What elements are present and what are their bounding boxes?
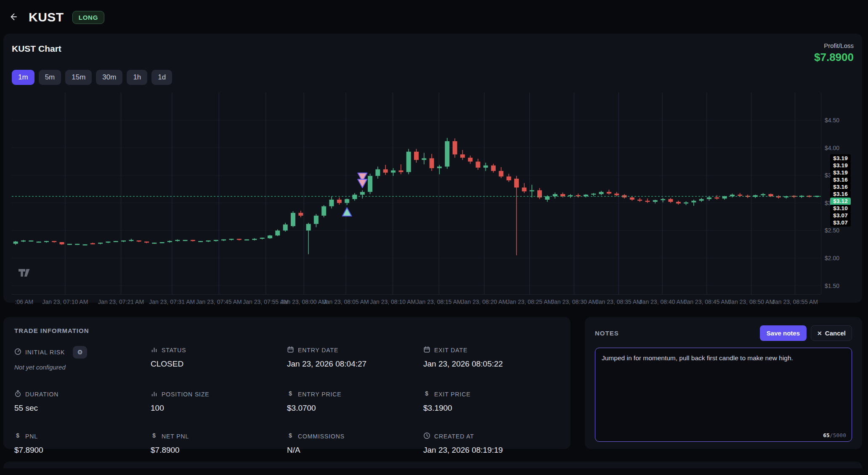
price-pill: $3.07 [830, 219, 851, 227]
field-value: Not yet configured [14, 364, 151, 371]
time-tick: Jan 23, 08:10 AM [370, 298, 416, 305]
field-entry-date: ENTRY DATEJan 23, 2026 08:04:27 [287, 346, 423, 371]
direction-badge: LONG [72, 11, 105, 24]
profit-loss-value: $7.8900 [814, 51, 854, 64]
time-tick: Jan 23, 07:21 AM [98, 298, 144, 305]
field-label: STATUS [162, 347, 186, 354]
timeframe-tab-30m[interactable]: 30m [96, 70, 122, 85]
field-commissions: $COMMISSIONSN/A [287, 432, 423, 455]
svg-text:$: $ [289, 390, 292, 397]
field-label: INITIAL RISK [25, 349, 65, 356]
field-label: COMMISSIONS [298, 433, 345, 440]
field-created-at: CREATED ATJan 23, 2026 08:19:19 [423, 432, 560, 455]
timeframe-tab-5m[interactable]: 5m [39, 70, 61, 85]
field-value: $3.0700 [287, 404, 423, 413]
time-tick: Jan 23, 08:50 AM [728, 298, 774, 305]
field-value: $3.1900 [423, 404, 560, 413]
price-tick: $4.50 [825, 117, 839, 124]
tradingview-logo [19, 269, 30, 277]
cancel-button[interactable]: ✕Cancel [811, 325, 852, 341]
dollar-icon: $ [287, 390, 294, 398]
field-exit-price: $EXIT PRICE$3.1900 [423, 390, 560, 413]
time-tick: Jan 23, 08:30 AM [551, 298, 597, 305]
price-tick: $2.00 [825, 255, 839, 261]
candlestick-chart-area[interactable]: $4.50$4.00$3.50$3.00$2.50$2.00$1.50$3.19… [12, 92, 854, 309]
time-tick: Jan 23, 08:55 AM [772, 298, 818, 305]
field-status: STATUSCLOSED [151, 346, 287, 371]
field-value: 100 [151, 404, 287, 413]
price-pill: $3.19 [830, 169, 851, 176]
char-counter: 655000 [823, 432, 846, 438]
price-tick: $4.00 [825, 145, 839, 151]
chart-title: KUST Chart [12, 42, 61, 54]
field-value: N/A [287, 446, 423, 455]
timeframe-tabs: 1m5m15m30m1h1d [12, 70, 854, 85]
field-entry-price: $ENTRY PRICE$3.0700 [287, 390, 423, 413]
field-value: $7.8900 [151, 446, 287, 455]
timeframe-tab-1m[interactable]: 1m [12, 70, 35, 85]
price-pill: $3.19 [830, 154, 851, 162]
field-label: PNL [25, 433, 38, 440]
field-position-size: POSITION SIZE100 [151, 390, 287, 413]
field-label: EXIT PRICE [434, 391, 471, 398]
field-value: $7.8900 [14, 446, 151, 455]
next-section-divider [3, 462, 862, 468]
field-label: DURATION [25, 391, 58, 398]
price-pill: $3.07 [830, 212, 851, 219]
time-tick: Jan 23, 08:15 AM [416, 298, 462, 305]
timeframe-tab-1d[interactable]: 1d [151, 70, 172, 85]
field-initial-risk: INITIAL RISK⚙Not yet configured [14, 346, 151, 371]
field-exit-date: EXIT DATEJan 23, 2026 08:05:22 [423, 346, 560, 371]
save-notes-button[interactable]: Save notes [760, 325, 807, 341]
timeframe-tab-15m[interactable]: 15m [65, 70, 92, 85]
dollar-icon: $ [151, 432, 158, 441]
field-duration: DURATION55 sec [14, 390, 151, 413]
price-pill: $3.16 [830, 190, 851, 198]
field-label: ENTRY PRICE [298, 391, 342, 398]
time-tick: Jan 23, 07:45 AM [196, 298, 242, 305]
price-axis[interactable]: $4.50$4.00$3.50$3.00$2.50$2.00$1.50$3.19… [821, 92, 854, 294]
field-value: CLOSED [151, 359, 287, 369]
field-value: 55 sec [14, 404, 151, 413]
svg-text:$: $ [152, 432, 156, 439]
time-tick: Jan 23, 08:20 AM [462, 298, 507, 305]
field-net-pnl: $NET PNL$7.8900 [151, 432, 287, 455]
price-pill: $3.19 [830, 161, 851, 169]
price-pill: $3.10 [830, 205, 851, 212]
time-tick: Jan 23, 07:10 AM [42, 298, 88, 305]
field-label: NET PNL [162, 433, 189, 440]
dollar-icon: $ [423, 390, 430, 398]
page-title: KUST [29, 10, 64, 24]
field-pnl: $PNL$7.8900 [14, 432, 151, 455]
trade-information-title: TRADE INFORMATION [14, 327, 560, 334]
svg-text:$: $ [425, 390, 429, 397]
gauge-icon [14, 348, 21, 356]
notes-title: NOTES [595, 330, 619, 337]
candlestick-chart[interactable] [12, 92, 854, 309]
timeframe-tab-1h[interactable]: 1h [127, 70, 147, 85]
notes-textarea[interactable]: Jumped in for momentum, pull back first … [595, 348, 852, 442]
field-label: ENTRY DATE [298, 347, 338, 354]
field-label: CREATED AT [434, 433, 474, 440]
time-tick: Jan 23, 07:31 AM [149, 298, 195, 305]
time-axis[interactable]: :06 AMJan 23, 07:10 AMJan 23, 07:21 AMJa… [12, 294, 821, 309]
field-label: POSITION SIZE [162, 391, 210, 398]
field-value: Jan 23, 2026 08:19:19 [423, 446, 560, 455]
back-button[interactable] [6, 11, 20, 24]
svg-text:$: $ [16, 432, 20, 439]
bars-icon [151, 390, 158, 398]
field-label: EXIT DATE [434, 347, 467, 354]
calendar-icon [423, 346, 430, 354]
price-pill: $3.16 [830, 183, 851, 190]
risk-settings-button[interactable]: ⚙ [73, 346, 87, 359]
dollar-icon: $ [14, 432, 21, 441]
timer-icon [14, 390, 21, 398]
clock-icon [423, 432, 430, 441]
back-arrow-icon [8, 12, 18, 23]
close-icon: ✕ [817, 330, 822, 337]
time-tick: Jan 23, 08:00 AM [281, 298, 327, 305]
app-header: KUST LONG [0, 0, 868, 33]
field-value: Jan 23, 2026 08:05:22 [423, 359, 560, 369]
trade-information-card: TRADE INFORMATION INITIAL RISK⚙Not yet c… [3, 317, 571, 449]
time-tick: Jan 23, 08:25 AM [507, 298, 552, 305]
